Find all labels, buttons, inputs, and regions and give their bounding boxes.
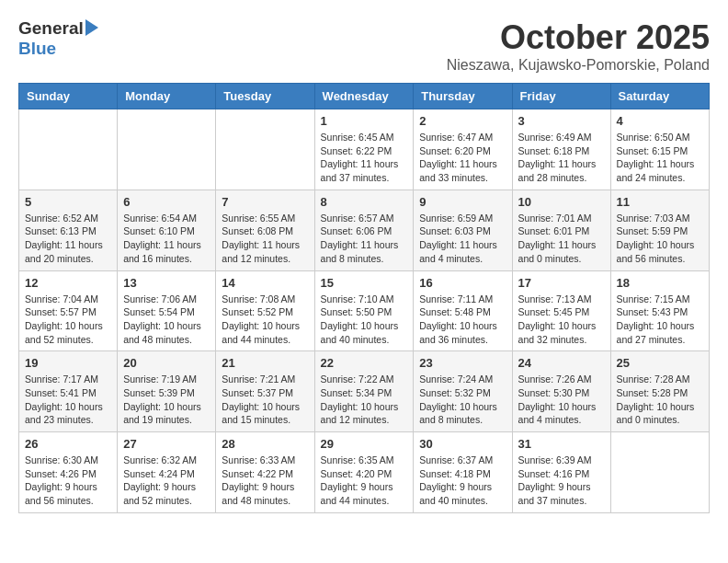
day-info: Sunrise: 6:49 AM Sunset: 6:18 PM Dayligh… (518, 131, 605, 185)
calendar-cell: 4Sunrise: 6:50 AM Sunset: 6:15 PM Daylig… (610, 109, 709, 190)
calendar-cell: 30Sunrise: 6:37 AM Sunset: 4:18 PM Dayli… (414, 432, 512, 513)
day-info: Sunrise: 6:32 AM Sunset: 4:24 PM Dayligh… (123, 454, 210, 508)
day-number: 31 (518, 437, 605, 451)
day-number: 5 (25, 195, 111, 209)
day-number: 1 (321, 114, 408, 128)
day-number: 30 (419, 437, 506, 451)
calendar-cell: 17Sunrise: 7:13 AM Sunset: 5:45 PM Dayli… (512, 270, 610, 351)
title-area: October 2025 Nieszawa, Kujawsko-Pomorski… (447, 18, 710, 74)
calendar-cell: 18Sunrise: 7:15 AM Sunset: 5:43 PM Dayli… (610, 270, 709, 351)
calendar-week-row: 12Sunrise: 7:04 AM Sunset: 5:57 PM Dayli… (19, 270, 710, 351)
day-number: 18 (617, 276, 703, 290)
day-info: Sunrise: 7:15 AM Sunset: 5:43 PM Dayligh… (617, 293, 703, 347)
day-number: 25 (617, 356, 703, 370)
day-number: 27 (123, 437, 210, 451)
day-info: Sunrise: 7:17 AM Sunset: 5:41 PM Dayligh… (25, 373, 111, 427)
calendar-cell: 12Sunrise: 7:04 AM Sunset: 5:57 PM Dayli… (19, 270, 118, 351)
calendar-week-row: 19Sunrise: 7:17 AM Sunset: 5:41 PM Dayli… (19, 351, 710, 432)
day-info: Sunrise: 7:08 AM Sunset: 5:52 PM Dayligh… (222, 293, 308, 347)
day-info: Sunrise: 6:45 AM Sunset: 6:22 PM Dayligh… (321, 131, 408, 185)
day-info: Sunrise: 7:19 AM Sunset: 5:39 PM Dayligh… (123, 373, 210, 427)
weekday-header-sunday: Sunday (19, 84, 118, 109)
location: Nieszawa, Kujawsko-Pomorskie, Poland (447, 57, 710, 74)
day-number: 6 (123, 195, 210, 209)
day-number: 17 (518, 276, 605, 290)
day-number: 2 (419, 114, 506, 128)
day-info: Sunrise: 6:37 AM Sunset: 4:18 PM Dayligh… (419, 454, 506, 508)
day-number: 14 (222, 276, 308, 290)
month-title: October 2025 (447, 18, 710, 57)
day-number: 7 (222, 195, 308, 209)
day-number: 8 (321, 195, 408, 209)
calendar-cell: 16Sunrise: 7:11 AM Sunset: 5:48 PM Dayli… (414, 270, 512, 351)
logo-general-text: General (18, 18, 84, 39)
logo-triangle-icon (85, 19, 98, 36)
calendar-cell (216, 109, 314, 190)
day-info: Sunrise: 7:13 AM Sunset: 5:45 PM Dayligh… (518, 293, 605, 347)
day-number: 9 (419, 195, 506, 209)
calendar-cell: 8Sunrise: 6:57 AM Sunset: 6:06 PM Daylig… (314, 190, 414, 270)
calendar-cell: 13Sunrise: 7:06 AM Sunset: 5:54 PM Dayli… (118, 270, 216, 351)
day-number: 4 (617, 114, 703, 128)
day-info: Sunrise: 7:22 AM Sunset: 5:34 PM Dayligh… (321, 373, 408, 427)
calendar-cell: 29Sunrise: 6:35 AM Sunset: 4:20 PM Dayli… (314, 432, 414, 513)
calendar-cell: 28Sunrise: 6:33 AM Sunset: 4:22 PM Dayli… (216, 432, 314, 513)
day-number: 23 (419, 356, 506, 370)
day-number: 24 (518, 356, 605, 370)
day-number: 11 (617, 195, 703, 209)
day-number: 3 (518, 114, 605, 128)
day-number: 10 (518, 195, 605, 209)
calendar-cell: 9Sunrise: 6:59 AM Sunset: 6:03 PM Daylig… (414, 190, 512, 270)
weekday-header-thursday: Thursday (414, 84, 512, 109)
day-number: 12 (25, 276, 111, 290)
day-info: Sunrise: 7:24 AM Sunset: 5:32 PM Dayligh… (419, 373, 506, 427)
calendar-cell: 3Sunrise: 6:49 AM Sunset: 6:18 PM Daylig… (512, 109, 610, 190)
weekday-header-monday: Monday (118, 84, 216, 109)
day-info: Sunrise: 6:52 AM Sunset: 6:13 PM Dayligh… (25, 212, 111, 266)
calendar-cell: 6Sunrise: 6:54 AM Sunset: 6:10 PM Daylig… (118, 190, 216, 270)
calendar-cell: 10Sunrise: 7:01 AM Sunset: 6:01 PM Dayli… (512, 190, 610, 270)
header: General Blue October 2025 Nieszawa, Kuja… (18, 18, 710, 74)
day-info: Sunrise: 6:54 AM Sunset: 6:10 PM Dayligh… (123, 212, 210, 266)
weekday-header-row: SundayMondayTuesdayWednesdayThursdayFrid… (19, 84, 710, 109)
day-number: 19 (25, 356, 111, 370)
day-number: 26 (25, 437, 111, 451)
calendar-cell: 21Sunrise: 7:21 AM Sunset: 5:37 PM Dayli… (216, 351, 314, 432)
calendar-cell: 19Sunrise: 7:17 AM Sunset: 5:41 PM Dayli… (19, 351, 118, 432)
day-number: 15 (321, 276, 408, 290)
day-info: Sunrise: 6:35 AM Sunset: 4:20 PM Dayligh… (321, 454, 408, 508)
calendar-cell: 23Sunrise: 7:24 AM Sunset: 5:32 PM Dayli… (414, 351, 512, 432)
day-number: 29 (321, 437, 408, 451)
calendar-week-row: 5Sunrise: 6:52 AM Sunset: 6:13 PM Daylig… (19, 190, 710, 270)
day-info: Sunrise: 6:33 AM Sunset: 4:22 PM Dayligh… (222, 454, 308, 508)
day-number: 20 (123, 356, 210, 370)
weekday-header-wednesday: Wednesday (314, 84, 414, 109)
day-number: 22 (321, 356, 408, 370)
calendar-cell: 1Sunrise: 6:45 AM Sunset: 6:22 PM Daylig… (314, 109, 414, 190)
calendar-week-row: 1Sunrise: 6:45 AM Sunset: 6:22 PM Daylig… (19, 109, 710, 190)
weekday-header-friday: Friday (512, 84, 610, 109)
calendar-cell: 5Sunrise: 6:52 AM Sunset: 6:13 PM Daylig… (19, 190, 118, 270)
calendar-cell: 2Sunrise: 6:47 AM Sunset: 6:20 PM Daylig… (414, 109, 512, 190)
day-number: 28 (222, 437, 308, 451)
day-info: Sunrise: 6:59 AM Sunset: 6:03 PM Dayligh… (419, 212, 506, 266)
day-info: Sunrise: 6:57 AM Sunset: 6:06 PM Dayligh… (321, 212, 408, 266)
calendar-cell: 22Sunrise: 7:22 AM Sunset: 5:34 PM Dayli… (314, 351, 414, 432)
day-info: Sunrise: 6:39 AM Sunset: 4:16 PM Dayligh… (518, 454, 605, 508)
weekday-header-tuesday: Tuesday (216, 84, 314, 109)
day-info: Sunrise: 7:03 AM Sunset: 5:59 PM Dayligh… (617, 212, 703, 266)
day-info: Sunrise: 6:30 AM Sunset: 4:26 PM Dayligh… (25, 454, 111, 508)
day-info: Sunrise: 7:21 AM Sunset: 5:37 PM Dayligh… (222, 373, 308, 427)
calendar-table: SundayMondayTuesdayWednesdayThursdayFrid… (18, 83, 710, 513)
day-info: Sunrise: 7:01 AM Sunset: 6:01 PM Dayligh… (518, 212, 605, 266)
day-info: Sunrise: 6:47 AM Sunset: 6:20 PM Dayligh… (419, 131, 506, 185)
calendar-cell (610, 432, 709, 513)
day-number: 13 (123, 276, 210, 290)
calendar-cell: 11Sunrise: 7:03 AM Sunset: 5:59 PM Dayli… (610, 190, 709, 270)
calendar-cell: 24Sunrise: 7:26 AM Sunset: 5:30 PM Dayli… (512, 351, 610, 432)
logo-blue-text: Blue (18, 39, 56, 58)
day-info: Sunrise: 7:26 AM Sunset: 5:30 PM Dayligh… (518, 373, 605, 427)
calendar-week-row: 26Sunrise: 6:30 AM Sunset: 4:26 PM Dayli… (19, 432, 710, 513)
day-info: Sunrise: 7:06 AM Sunset: 5:54 PM Dayligh… (123, 293, 210, 347)
day-number: 16 (419, 276, 506, 290)
